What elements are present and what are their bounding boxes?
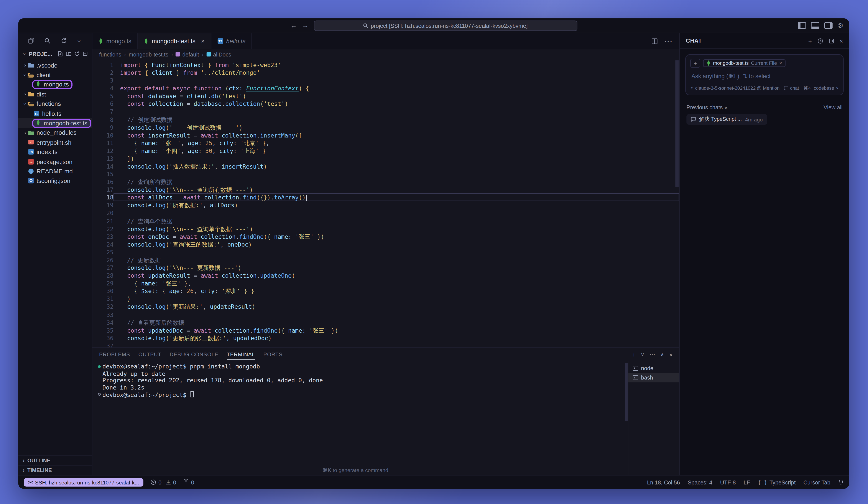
back-button[interactable]: ← — [290, 22, 297, 29]
code-line-10[interactable]: 10 const insertResult = await collection… — [92, 131, 679, 139]
code-line-16[interactable]: 16 // 查询所有数据 — [92, 178, 679, 186]
code-line-26[interactable]: 26 // 更新数据 — [92, 256, 679, 264]
remote-ssh-indicator[interactable]: >< SSH: hzh.sealos.run-ns-kc811077-seala… — [24, 478, 143, 486]
previous-chats-toggle[interactable]: Previous chats ∨ — [686, 104, 727, 110]
editor-more-actions-icon[interactable]: ⋯ — [664, 36, 673, 46]
problems-indicator[interactable]: 0 ⚠ 0 — [151, 479, 176, 485]
panel-tab-ports[interactable]: PORTS — [264, 349, 282, 360]
new-terminal-icon[interactable]: + — [632, 351, 636, 358]
tab-mongodb-test-ts[interactable]: mongodb-test.ts× — [138, 33, 211, 49]
terminal-scrollbar[interactable] — [625, 363, 628, 421]
code-line-14[interactable]: 14 console.log('插入数据结果:', insertResult) — [92, 162, 679, 170]
code-editor[interactable]: 1import { FunctionContext } from 'simple… — [92, 59, 679, 347]
code-line-5[interactable]: 5 const database = client.db('test') — [92, 92, 679, 100]
breadcrumb-item-mongodb-test-ts[interactable]: mongodb-test.ts — [129, 51, 168, 57]
tree-item-dist[interactable]: ›dist — [18, 89, 92, 99]
tree-item-hello-ts[interactable]: TShello.ts — [18, 109, 92, 118]
code-line-4[interactable]: 4export default async function (ctx: Fun… — [92, 84, 679, 92]
chat-history-icon[interactable] — [817, 38, 823, 44]
code-line-9[interactable]: 9 console.log('--- 创建测试数据 ---') — [92, 123, 679, 131]
code-line-22[interactable]: 22 console.log('\\n--- 查询单个数据 ---') — [92, 225, 679, 233]
new-chat-icon[interactable]: + — [808, 37, 812, 44]
split-editor-icon[interactable] — [652, 38, 658, 44]
code-line-29[interactable]: 29 { name: '张三' }, — [92, 279, 679, 287]
mention-button[interactable]: @ Mention — [757, 85, 779, 91]
tab-hello-ts[interactable]: TShello.ts — [211, 33, 252, 49]
forward-button[interactable]: → — [302, 22, 309, 29]
new-folder-icon[interactable] — [66, 51, 72, 57]
code-line-33[interactable]: 33 — [92, 311, 679, 319]
open-chat-editor-icon[interactable] — [828, 38, 834, 44]
codebase-button[interactable]: ⌘↵ codebase ∨ — [803, 85, 838, 91]
code-line-28[interactable]: 28 const updateResult = await collection… — [92, 272, 679, 279]
tree-item-package-json[interactable]: npmpackage.json — [18, 157, 92, 167]
code-line-19[interactable]: 19 console.log('所有数据:', allDocs) — [92, 201, 679, 209]
breadcrumb[interactable]: functions›mongodb-test.ts›default›allDoc… — [92, 49, 679, 59]
code-line-37[interactable]: 37 — [92, 342, 679, 347]
terminal-instance-bash[interactable]: bash — [628, 373, 679, 382]
tree-item-index-ts[interactable]: TSindex.ts — [18, 147, 92, 157]
chat-placeholder[interactable]: Ask anything (⌘L), ⇅ to select — [691, 72, 837, 79]
code-line-17[interactable]: 17 console.log('\\n--- 查询所有数据 ---') — [92, 186, 679, 193]
code-line-36[interactable]: 36 console.log('更新后的张三数据:', updatedDoc) — [92, 334, 679, 342]
code-line-15[interactable]: 15 — [92, 170, 679, 178]
code-line-27[interactable]: 27 console.log('\\n--- 更新数据 ---') — [92, 264, 679, 272]
ports-indicator[interactable]: 0 — [183, 479, 194, 485]
notifications-bell-icon[interactable] — [838, 480, 844, 485]
code-line-1[interactable]: 1import { FunctionContext } from 'simple… — [92, 61, 679, 69]
close-tab-icon[interactable]: × — [201, 38, 204, 44]
chat-history-item[interactable]: 解决 TypeScript ... 4m ago — [686, 114, 767, 125]
settings-gear-icon[interactable]: ⚙ — [838, 22, 844, 29]
terminal[interactable]: devbox@sealaf:~/project$ pnpm install mo… — [92, 361, 628, 475]
search-icon[interactable] — [44, 38, 51, 44]
cursor-position[interactable]: Ln 18, Col 56 — [647, 479, 680, 485]
chevron-down-icon[interactable]: › — [75, 38, 83, 43]
panel-tab-output[interactable]: OUTPUT — [138, 349, 162, 360]
panel-tab-debug-console[interactable]: DEBUG CONSOLE — [170, 349, 218, 360]
code-line-23[interactable]: 23 const oneDoc = await collection.findO… — [92, 233, 679, 241]
code-line-13[interactable]: 13 ]) — [92, 155, 679, 162]
maximize-panel-icon[interactable]: ∧ — [660, 352, 664, 357]
explorer-header[interactable]: › PROJE... — [18, 48, 92, 59]
tab-mongo-ts[interactable]: mongo.ts — [92, 33, 138, 49]
code-line-25[interactable]: 25 — [92, 248, 679, 256]
code-line-8[interactable]: 8 // 创建测试数据 — [92, 115, 679, 123]
breadcrumb-item-default[interactable]: default — [176, 51, 199, 57]
collapse-all-icon[interactable] — [82, 51, 88, 57]
remove-context-icon[interactable]: × — [779, 60, 782, 66]
terminal-instance-node[interactable]: node — [628, 363, 679, 373]
code-line-20[interactable]: 20 — [92, 209, 679, 217]
refresh-icon[interactable] — [61, 38, 66, 44]
code-line-18[interactable]: 18 const allDocs = await collection.find… — [92, 193, 679, 201]
code-line-31[interactable]: 31 ) — [92, 295, 679, 303]
panel-tab-terminal[interactable]: TERMINAL — [227, 349, 255, 360]
tree-item-node-modules[interactable]: ›node_modules — [18, 128, 92, 138]
toggle-sidebar-icon[interactable] — [798, 22, 806, 29]
tree-item-readme-md[interactable]: iREADME.md — [18, 167, 92, 176]
indentation[interactable]: Spaces: 4 — [688, 479, 712, 485]
tree-item-vscode[interactable]: ›.vscode — [18, 60, 92, 70]
close-chat-icon[interactable]: × — [839, 37, 843, 44]
language-mode[interactable]: { } TypeScript — [758, 479, 796, 485]
refresh-explorer-icon[interactable] — [74, 51, 80, 57]
tree-item-functions[interactable]: ›functions — [18, 99, 92, 109]
copy-files-icon[interactable] — [29, 38, 34, 44]
tree-item-mongodb-test-ts[interactable]: mongodb-test.ts — [18, 118, 92, 128]
context-file-chip[interactable]: mongodb-test.ts Current File × — [703, 59, 786, 67]
breadcrumb-item-functions[interactable]: functions — [99, 51, 121, 57]
editor-scrollbar[interactable] — [675, 60, 679, 187]
cursor-tab-toggle[interactable]: Cursor Tab — [803, 479, 830, 485]
toggle-secondary-sidebar-icon[interactable] — [824, 22, 833, 29]
outline-section[interactable]: › OUTLINE — [18, 455, 92, 465]
code-line-6[interactable]: 6 const collection = database.collection… — [92, 100, 679, 108]
code-line-34[interactable]: 34 // 查看更新后的数据 — [92, 319, 679, 326]
code-line-2[interactable]: 2import { client } from '../client/mongo… — [92, 69, 679, 77]
panel-more-icon[interactable]: ⋯ — [649, 351, 655, 358]
chat-input-box[interactable]: + mongodb-test.ts Current File × Ask any… — [685, 54, 844, 95]
tree-item-entrypoint-sh[interactable]: ›entrypoint.sh — [18, 138, 92, 147]
code-line-12[interactable]: 12 { name: '李四', age: 30, city: '上海' } — [92, 147, 679, 155]
panel-tab-problems[interactable]: PROBLEMS — [99, 349, 130, 360]
model-selector[interactable]: ✦ claude-3-5-sonnet-20241022 ∨ — [690, 85, 757, 91]
code-line-32[interactable]: 32 console.log('更新结果:', updateResult) — [92, 303, 679, 311]
breadcrumb-item-alldocs[interactable]: allDocs — [206, 51, 231, 57]
